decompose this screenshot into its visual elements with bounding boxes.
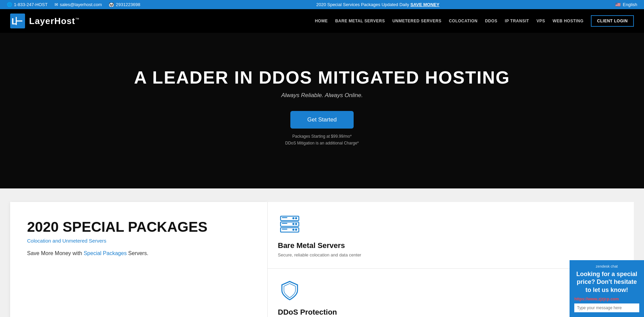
nav-ip-transit[interactable]: IP TRANSIT bbox=[505, 19, 529, 23]
svg-point-10 bbox=[292, 223, 294, 225]
hero-subtext: Packages Starting at $99.99/mo* DDoS Mit… bbox=[285, 133, 359, 146]
special-packages-subtitle: Colocation and Unmetered Servers bbox=[27, 238, 250, 244]
nav-vps[interactable]: VPS bbox=[536, 19, 545, 23]
zendesk-message: Looking for a special price? Don't hesit… bbox=[574, 270, 639, 294]
social-icon: 🐼 bbox=[109, 2, 114, 7]
email-link[interactable]: ✉ sales@layerhost.com bbox=[54, 2, 102, 7]
header: L LayerHost™ HOME BARE METAL SERVERS UNM… bbox=[0, 9, 644, 33]
hero-tagline: Always Reliable. Always Online. bbox=[281, 92, 363, 99]
bare-metal-desc: Secure, reliable colocation and data cen… bbox=[278, 252, 361, 258]
top-bar-right: 🇺🇸 English bbox=[615, 2, 637, 7]
server-icon bbox=[278, 212, 302, 237]
logo-area: L LayerHost™ bbox=[10, 14, 80, 28]
svg-point-13 bbox=[295, 229, 297, 231]
zendesk-url: https://www.zjzjcp.com bbox=[574, 297, 639, 301]
svg-point-6 bbox=[292, 217, 294, 219]
nav-web-hosting[interactable]: WEB HOSTING bbox=[553, 19, 584, 23]
svg-point-14 bbox=[292, 229, 294, 231]
svg-rect-7 bbox=[282, 217, 287, 218]
special-packages-card: 2020 SPECIAL PACKAGES Colocation and Unm… bbox=[10, 202, 267, 317]
email-icon: ✉ bbox=[54, 2, 58, 7]
phone-icon: 🌐 bbox=[7, 2, 12, 7]
ddos-protection-title: DDoS Protection bbox=[278, 308, 337, 317]
zendesk-chat-widget: zendesk chat Looking for a special price… bbox=[570, 260, 644, 317]
nav-ddos[interactable]: DDOS bbox=[485, 19, 497, 23]
zendesk-input[interactable] bbox=[574, 303, 639, 312]
save-money-link[interactable]: SAVE MONEY bbox=[410, 2, 440, 7]
phone-link[interactable]: 🌐 1-833-247-HOST bbox=[7, 2, 48, 7]
social-link[interactable]: 🐼 2931223698 bbox=[109, 2, 140, 7]
logo-icon: L bbox=[10, 14, 25, 28]
nav-colocation[interactable]: COLOCATION bbox=[449, 19, 478, 23]
top-bar-left: 🌐 1-833-247-HOST ✉ sales@layerhost.com 🐼… bbox=[7, 2, 140, 7]
bare-metal-title: Bare Metal Servers bbox=[278, 241, 345, 250]
svg-rect-11 bbox=[282, 223, 287, 224]
svg-point-5 bbox=[295, 217, 297, 219]
top-bar: 🌐 1-833-247-HOST ✉ sales@layerhost.com 🐼… bbox=[0, 0, 644, 9]
logo-text: LayerHost™ bbox=[29, 16, 80, 26]
shield-icon bbox=[278, 279, 302, 304]
special-packages-link[interactable]: Special Packages bbox=[84, 250, 127, 256]
content-section: 2020 SPECIAL PACKAGES Colocation and Unm… bbox=[0, 188, 644, 317]
client-login-button[interactable]: CLIENT LOGIN bbox=[591, 15, 634, 27]
svg-point-9 bbox=[295, 223, 297, 225]
main-nav: HOME BARE METAL SERVERS UNMETERED SERVER… bbox=[315, 15, 634, 27]
top-bar-announcement: 2020 Special Services Packages Updated D… bbox=[140, 2, 616, 7]
special-packages-heading: 2020 SPECIAL PACKAGES bbox=[27, 219, 250, 235]
special-packages-body: Save More Money with Special Packages Se… bbox=[27, 250, 250, 256]
nav-bare-metal[interactable]: BARE METAL SERVERS bbox=[335, 19, 385, 23]
svg-rect-15 bbox=[282, 229, 287, 230]
bare-metal-card: Bare Metal Servers Secure, reliable colo… bbox=[267, 202, 634, 269]
hero-heading: A LEADER IN DDOS MITIGATED HOSTING bbox=[134, 68, 510, 87]
zendesk-title: zendesk chat bbox=[574, 264, 639, 268]
get-started-button[interactable]: Get Started bbox=[290, 111, 354, 129]
nav-home[interactable]: HOME bbox=[315, 19, 328, 23]
nav-unmetered[interactable]: UNMETERED SERVERS bbox=[392, 19, 441, 23]
flag-icon: 🇺🇸 bbox=[615, 2, 621, 7]
hero-section: A LEADER IN DDOS MITIGATED HOSTING Alway… bbox=[0, 33, 644, 188]
